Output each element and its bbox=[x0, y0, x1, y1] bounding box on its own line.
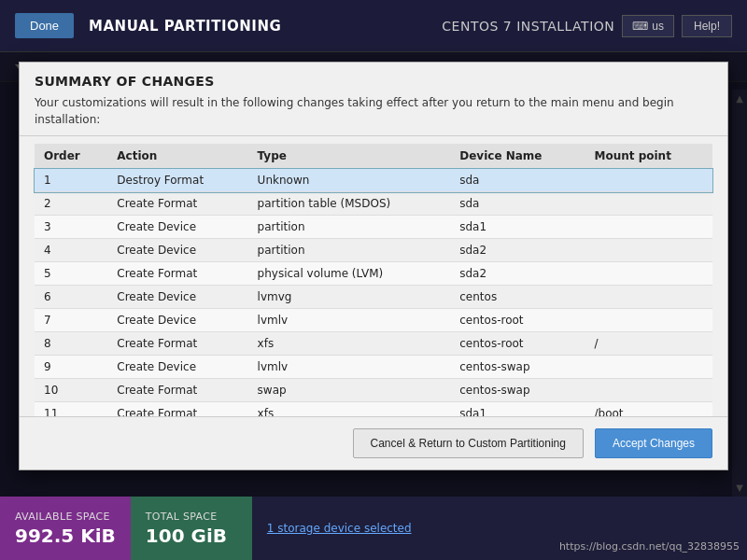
table-row: 3Create Devicepartitionsda1 bbox=[35, 216, 712, 239]
cell-action: Create Format bbox=[107, 379, 247, 402]
cell-order: 6 bbox=[35, 286, 107, 309]
top-bar-right: CENTOS 7 INSTALLATION ⌨ us Help! bbox=[442, 15, 732, 37]
cell-order: 5 bbox=[35, 262, 107, 286]
total-space-box: TOTAL SPACE 100 GiB bbox=[131, 497, 252, 560]
keyboard-icon: ⌨ bbox=[632, 20, 648, 33]
cell-order: 3 bbox=[35, 216, 107, 239]
changes-table: Order Action Type Device Name Mount poin… bbox=[35, 144, 712, 416]
done-button[interactable]: Done bbox=[15, 13, 74, 38]
cell-action: Create Device bbox=[107, 356, 247, 379]
col-device-name: Device Name bbox=[450, 144, 585, 169]
top-bar-left: Done MANUAL PARTITIONING bbox=[15, 13, 281, 38]
cell-type: xfs bbox=[248, 332, 451, 356]
total-space-value: 100 GiB bbox=[146, 525, 237, 547]
cell-type: xfs bbox=[248, 402, 451, 417]
cell-type: partition bbox=[248, 239, 451, 262]
col-type: Type bbox=[248, 144, 451, 169]
main-area: New CentOS 7 Installation centos-root ▲ … bbox=[0, 52, 747, 560]
cell-type: swap bbox=[248, 379, 451, 402]
cell-device: sda1 bbox=[450, 402, 585, 417]
cell-mount bbox=[585, 356, 712, 379]
cell-order: 2 bbox=[35, 192, 107, 216]
app-title: MANUAL PARTITIONING bbox=[89, 18, 281, 35]
table-row: 4Create Devicepartitionsda2 bbox=[35, 239, 712, 262]
table-wrapper: Order Action Type Device Name Mount poin… bbox=[20, 136, 727, 416]
cell-device: centos-swap bbox=[450, 379, 585, 402]
cell-device: centos bbox=[450, 286, 585, 309]
modal-header: SUMMARY OF CHANGES Your customizations w… bbox=[20, 63, 727, 136]
cell-mount bbox=[585, 169, 712, 192]
table-header-row: Order Action Type Device Name Mount poin… bbox=[35, 144, 712, 169]
accept-button[interactable]: Accept Changes bbox=[595, 428, 712, 458]
cell-device: sda bbox=[450, 192, 585, 216]
table-row: 7Create Devicelvmlvcentos-root bbox=[35, 309, 712, 332]
cell-type: Unknown bbox=[248, 169, 451, 192]
table-row: 8Create Formatxfscentos-root/ bbox=[35, 332, 712, 356]
cell-device: centos-root bbox=[450, 332, 585, 356]
modal-subtitle: Your customizations will result in the f… bbox=[35, 94, 712, 128]
cell-action: Create Format bbox=[107, 192, 247, 216]
available-space-value: 992.5 KiB bbox=[15, 525, 116, 547]
cancel-button[interactable]: Cancel & Return to Custom Partitioning bbox=[353, 428, 584, 458]
cell-type: lvmvg bbox=[248, 286, 451, 309]
available-space-box: AVAILABLE SPACE 992.5 KiB bbox=[0, 497, 131, 560]
table-row: 10Create Formatswapcentos-swap bbox=[35, 379, 712, 402]
cell-device: centos-swap bbox=[450, 356, 585, 379]
table-row: 2Create Formatpartition table (MSDOS)sda bbox=[35, 192, 712, 216]
cell-action: Create Format bbox=[107, 332, 247, 356]
cell-mount bbox=[585, 216, 712, 239]
keyboard-button[interactable]: ⌨ us bbox=[622, 15, 674, 37]
cell-type: physical volume (LVM) bbox=[248, 262, 451, 286]
storage-device-link[interactable]: 1 storage device selected bbox=[267, 522, 412, 535]
cell-type: partition table (MSDOS) bbox=[248, 192, 451, 216]
keyboard-layout-label: us bbox=[652, 20, 664, 33]
total-space-label: TOTAL SPACE bbox=[146, 511, 237, 523]
cell-order: 11 bbox=[35, 402, 107, 417]
cell-mount bbox=[585, 286, 712, 309]
cell-mount bbox=[585, 262, 712, 286]
table-row: 1Destroy FormatUnknownsda bbox=[35, 169, 712, 192]
col-order: Order bbox=[35, 144, 107, 169]
cell-mount bbox=[585, 239, 712, 262]
table-row: 9Create Devicelvmlvcentos-swap bbox=[35, 356, 712, 379]
cell-action: Create Format bbox=[107, 262, 247, 286]
cell-order: 10 bbox=[35, 379, 107, 402]
cell-mount bbox=[585, 192, 712, 216]
changes-modal: SUMMARY OF CHANGES Your customizations w… bbox=[19, 62, 728, 470]
table-row: 6Create Devicelvmvgcentos bbox=[35, 286, 712, 309]
cell-action: Create Device bbox=[107, 286, 247, 309]
cell-order: 7 bbox=[35, 309, 107, 332]
available-space-label: AVAILABLE SPACE bbox=[15, 511, 116, 523]
centos-title: CENTOS 7 INSTALLATION bbox=[442, 19, 614, 34]
cell-mount bbox=[585, 309, 712, 332]
cell-device: centos-root bbox=[450, 309, 585, 332]
modal-title: SUMMARY OF CHANGES bbox=[35, 74, 712, 89]
cell-order: 4 bbox=[35, 239, 107, 262]
cell-mount bbox=[585, 379, 712, 402]
cell-order: 1 bbox=[35, 169, 107, 192]
table-header: Order Action Type Device Name Mount poin… bbox=[35, 144, 712, 169]
col-action: Action bbox=[107, 144, 247, 169]
cell-type: partition bbox=[248, 216, 451, 239]
cell-device: sda1 bbox=[450, 216, 585, 239]
changes-table-body: 1Destroy FormatUnknownsda2Create Formatp… bbox=[35, 169, 712, 417]
cell-action: Create Device bbox=[107, 239, 247, 262]
help-button[interactable]: Help! bbox=[682, 15, 732, 37]
cell-order: 9 bbox=[35, 356, 107, 379]
cell-type: lvmlv bbox=[248, 356, 451, 379]
cell-mount: / bbox=[585, 332, 712, 356]
table-row: 5Create Formatphysical volume (LVM)sda2 bbox=[35, 262, 712, 286]
col-mount-point: Mount point bbox=[585, 144, 712, 169]
cell-device: sda2 bbox=[450, 262, 585, 286]
top-bar: Done MANUAL PARTITIONING CENTOS 7 INSTAL… bbox=[0, 0, 747, 52]
cell-mount: /boot bbox=[585, 402, 712, 417]
cell-type: lvmlv bbox=[248, 309, 451, 332]
modal-overlay: SUMMARY OF CHANGES Your customizations w… bbox=[0, 52, 747, 560]
cell-device: sda2 bbox=[450, 239, 585, 262]
cell-action: Create Device bbox=[107, 309, 247, 332]
cell-action: Destroy Format bbox=[107, 169, 247, 192]
cell-action: Create Device bbox=[107, 216, 247, 239]
cell-device: sda bbox=[450, 169, 585, 192]
cell-action: Create Format bbox=[107, 402, 247, 417]
modal-footer: Cancel & Return to Custom Partitioning A… bbox=[20, 416, 727, 469]
